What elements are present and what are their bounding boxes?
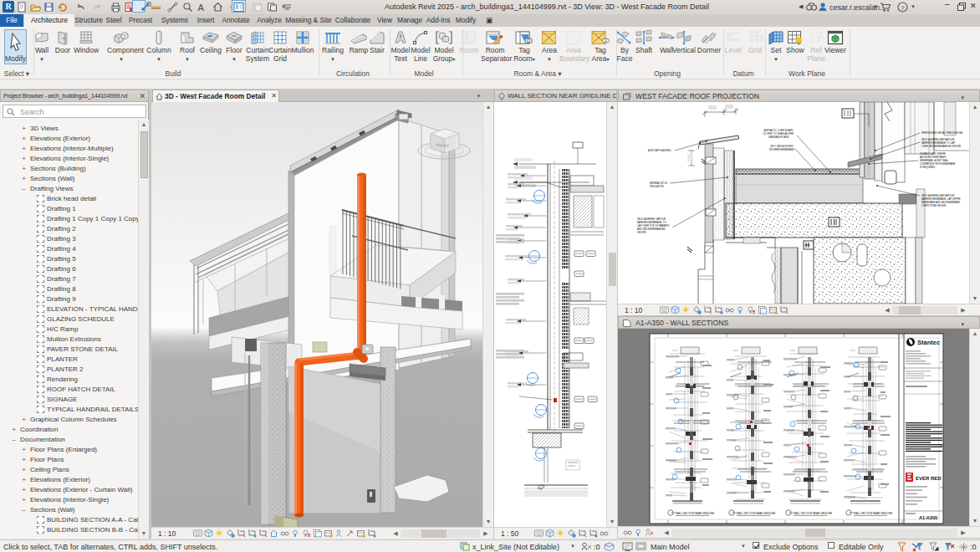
- svg-text:EVER RED: EVER RED: [916, 476, 942, 481]
- svg-text:BITUMEN MEMBRANE: BITUMEN MEMBRANE: [769, 148, 794, 151]
- svg-text:DRAINAGE PLANS: DRAINAGE PLANS: [768, 135, 789, 139]
- svg-text:?: ?: [901, 4, 905, 12]
- svg-text:INSULATION: INSULATION: [650, 185, 664, 188]
- svg-text:ACM CAP FLASHING: ACM CAP FLASHING: [648, 149, 671, 152]
- svg-text:WALL SECTION NEAR GRIDLINE: WALL SECTION NEAR GRIDLINE: [794, 512, 832, 515]
- svg-text:IS REQUIRED: IS REQUIRED: [920, 166, 935, 169]
- svg-text:A: A: [198, 3, 205, 13]
- svg-text:Stantec: Stantec: [917, 339, 940, 346]
- svg-text:WALL SECTION NEAR GRIDLINE: WALL SECTION NEAR GRIDLINE: [854, 512, 892, 515]
- svg-text:WALL SECTION NEAR GRIDLINE: WALL SECTION NEAR GRIDLINE: [737, 512, 775, 515]
- svg-text:A1-A300: A1-A300: [919, 515, 937, 520]
- svg-text:WALL SECTION NEAR GRIDLINE: WALL SECTION NEAR GRIDLINE: [676, 512, 714, 515]
- svg-text:OVERTOP AS SHOWN: OVERTOP AS SHOWN: [921, 204, 946, 207]
- svg-text:OVER SBS MEMBRANE AS SHOWN: OVER SBS MEMBRANE AS SHOWN: [921, 145, 961, 148]
- svg-text:PREFINISHED METAL THROUGH-WA: PREFINISHED METAL THROUGH-WA: [921, 131, 962, 135]
- svg-text:SHOWN: SHOWN: [637, 231, 646, 234]
